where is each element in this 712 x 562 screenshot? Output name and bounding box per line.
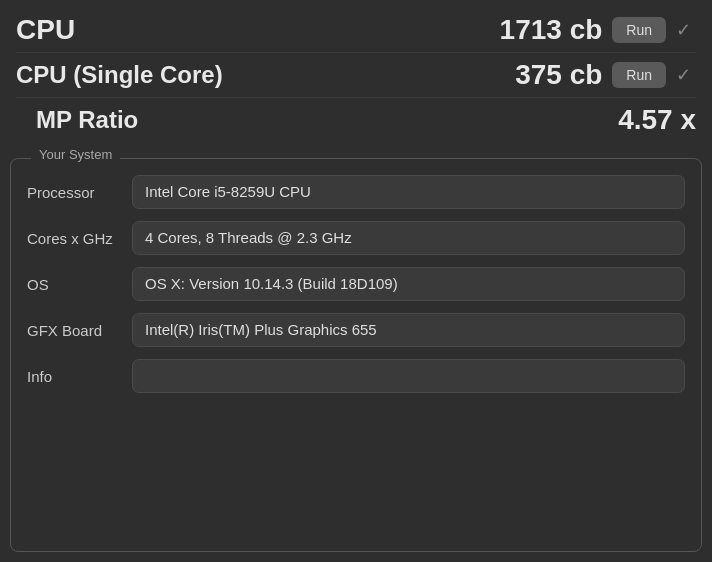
mp-ratio-right: 4.57 x (536, 104, 696, 136)
system-value-box (132, 359, 685, 393)
cpu-label: CPU (16, 14, 236, 46)
cpu-single-row: CPU (Single Core) 375 cb Run ✓ (16, 53, 696, 98)
system-value-box: OS X: Version 10.14.3 (Build 18D109) (132, 267, 685, 301)
system-row: Cores x GHz4 Cores, 8 Threads @ 2.3 GHz (27, 221, 685, 255)
system-key: Info (27, 368, 132, 385)
system-key: GFX Board (27, 322, 132, 339)
system-section-title: Your System (31, 147, 120, 162)
system-row: ProcessorIntel Core i5-8259U CPU (27, 175, 685, 209)
system-value-box: Intel(R) Iris(TM) Plus Graphics 655 (132, 313, 685, 347)
system-value-box: 4 Cores, 8 Threads @ 2.3 GHz (132, 221, 685, 255)
mp-ratio-value: 4.57 x (536, 104, 696, 136)
cpu-single-checkmark: ✓ (676, 64, 696, 86)
system-section: Your System ProcessorIntel Core i5-8259U… (10, 158, 702, 552)
cpu-run-button[interactable]: Run (612, 17, 666, 43)
cpu-single-right: 375 cb Run ✓ (482, 59, 696, 91)
cpu-single-value: 375 cb (482, 59, 602, 91)
cpu-value: 1713 cb (482, 14, 602, 46)
mp-ratio-label: MP Ratio (16, 106, 236, 134)
system-row: OSOS X: Version 10.14.3 (Build 18D109) (27, 267, 685, 301)
system-key: OS (27, 276, 132, 293)
system-key: Processor (27, 184, 132, 201)
system-value-box: Intel Core i5-8259U CPU (132, 175, 685, 209)
mp-ratio-row: MP Ratio 4.57 x (16, 98, 696, 142)
system-key: Cores x GHz (27, 230, 132, 247)
system-row: Info (27, 359, 685, 393)
system-rows-container: ProcessorIntel Core i5-8259U CPUCores x … (27, 175, 685, 393)
cpu-row: CPU 1713 cb Run ✓ (16, 8, 696, 53)
cpu-single-label: CPU (Single Core) (16, 61, 236, 89)
metrics-section: CPU 1713 cb Run ✓ CPU (Single Core) 375 … (0, 0, 712, 146)
system-row: GFX BoardIntel(R) Iris(TM) Plus Graphics… (27, 313, 685, 347)
cpu-checkmark: ✓ (676, 19, 696, 41)
main-container: CPU 1713 cb Run ✓ CPU (Single Core) 375 … (0, 0, 712, 562)
cpu-right: 1713 cb Run ✓ (482, 14, 696, 46)
cpu-single-run-button[interactable]: Run (612, 62, 666, 88)
